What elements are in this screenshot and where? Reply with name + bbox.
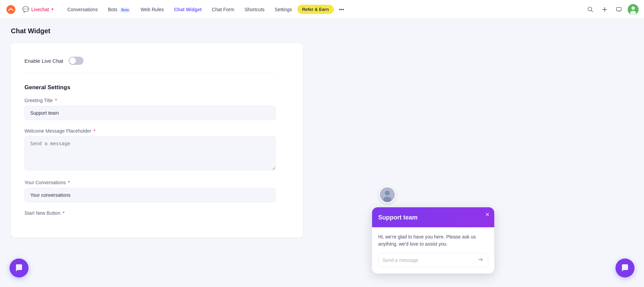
chat-welcome-text: Hi, we're glad to have you here. Please … xyxy=(378,233,488,248)
enable-live-chat-row: Enable Live Chat xyxy=(24,57,276,73)
svg-rect-3 xyxy=(617,7,621,11)
add-button[interactable] xyxy=(599,4,610,15)
nav-conversations[interactable]: Conversations xyxy=(62,5,103,14)
svg-point-5 xyxy=(631,6,635,10)
welcome-message-label: Welcome Message Placeholder * xyxy=(24,128,276,134)
user-avatar[interactable] xyxy=(628,4,639,15)
preview-panel: Support team ✕ Hi, we're glad to have yo… xyxy=(360,19,502,287)
main-panel: Chat Widget Enable Live Chat General Set… xyxy=(0,19,360,287)
your-conversations-group: Your Conversations * xyxy=(24,180,276,202)
greeting-title-label: Greeting Title * xyxy=(24,98,276,103)
floating-chat-button-right[interactable] xyxy=(615,259,634,278)
chat-input-row: Send a message xyxy=(378,253,488,267)
settings-card: Enable Live Chat General Settings Greeti… xyxy=(11,43,303,237)
toggle-knob xyxy=(69,57,76,64)
nav-actions xyxy=(585,4,639,15)
required-marker-3: * xyxy=(68,180,70,185)
start-new-button-label: Start New Button * xyxy=(24,210,276,216)
search-button[interactable] xyxy=(585,4,596,15)
chevron-down-icon: ▾ xyxy=(52,7,54,12)
notifications-button[interactable] xyxy=(613,4,624,15)
svg-point-8 xyxy=(385,191,390,195)
svg-point-1 xyxy=(10,7,12,10)
chat-avatar xyxy=(379,186,396,203)
section-title: General Settings xyxy=(24,84,276,91)
svg-point-9 xyxy=(383,197,391,202)
welcome-message-textarea[interactable] xyxy=(24,136,276,170)
nav-chat-widget[interactable]: Chat Widget xyxy=(169,5,206,14)
page-content: Chat Widget Enable Live Chat General Set… xyxy=(0,19,644,287)
nav-settings[interactable]: Settings xyxy=(270,5,297,14)
start-new-button-group: Start New Button * xyxy=(24,210,276,216)
greeting-title-input[interactable] xyxy=(24,106,276,120)
livechat-label: Livechat xyxy=(31,7,49,12)
beta-badge: Beta xyxy=(120,7,131,13)
greeting-title-group: Greeting Title * xyxy=(24,98,276,120)
topnav: 💬 Livechat ▾ Conversations Bots Beta Web… xyxy=(0,0,644,19)
required-marker-4: * xyxy=(63,210,65,216)
nav-links: Conversations Bots Beta Web Rules Chat W… xyxy=(62,5,579,14)
nav-more[interactable]: ••• xyxy=(334,5,349,14)
nav-chat-form[interactable]: Chat Form xyxy=(207,5,239,14)
page-title: Chat Widget xyxy=(11,27,349,35)
welcome-message-group: Welcome Message Placeholder * xyxy=(24,128,276,172)
general-settings-section: General Settings Greeting Title * Welcom… xyxy=(24,84,276,216)
chat-widget-title: Support team xyxy=(378,214,488,221)
required-marker-2: * xyxy=(94,128,95,134)
chat-send-button[interactable] xyxy=(477,256,484,264)
chat-close-button[interactable]: ✕ xyxy=(485,211,490,218)
enable-live-chat-label: Enable Live Chat xyxy=(24,58,63,64)
nav-bots[interactable]: Bots Beta xyxy=(103,5,135,14)
your-conversations-label: Your Conversations * xyxy=(24,180,276,185)
refer-earn-button[interactable]: Refer & Earn xyxy=(297,5,334,14)
enable-live-chat-toggle[interactable] xyxy=(69,57,84,65)
chat-widget-body: Hi, we're glad to have you here. Please … xyxy=(372,227,494,273)
nav-shortcuts[interactable]: Shortcuts xyxy=(240,5,269,14)
chat-input-placeholder[interactable]: Send a message xyxy=(383,257,474,263)
chat-widget-header: Support team ✕ xyxy=(372,207,494,227)
nav-web-rules[interactable]: Web Rules xyxy=(136,5,168,14)
app-logo xyxy=(5,4,16,15)
chat-widget-preview: Support team ✕ Hi, we're glad to have yo… xyxy=(372,194,494,273)
required-marker: * xyxy=(55,98,57,103)
livechat-dropdown[interactable]: 💬 Livechat ▾ xyxy=(19,5,57,14)
svg-point-6 xyxy=(630,11,636,15)
your-conversations-input[interactable] xyxy=(24,188,276,202)
chat-widget-card: Support team ✕ Hi, we're glad to have yo… xyxy=(372,207,494,273)
floating-chat-button-left[interactable] xyxy=(10,259,29,278)
